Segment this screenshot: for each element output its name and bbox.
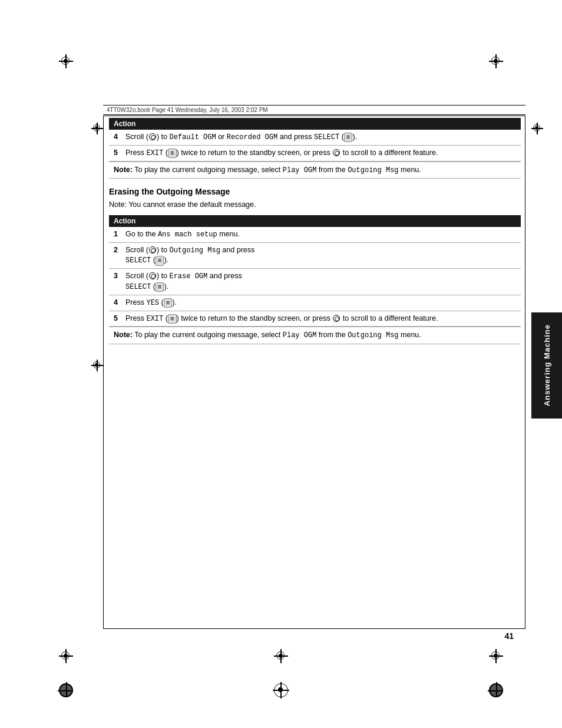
table-row: 4 Scroll () to Default OGM or Recorded O… (109, 130, 521, 145)
reg-mark-bottom-center (274, 649, 288, 663)
table-row: 4 Press YES (≡). (109, 295, 521, 311)
table-header-row: Action (109, 118, 521, 130)
action-header: Action (109, 118, 521, 130)
circle-mark-bottom-right (489, 683, 503, 697)
circle-mark-bottom-left (59, 683, 73, 697)
button-icon: ≡ (156, 256, 164, 265)
note-bold3: Note: (114, 331, 133, 339)
select-text: SELECT (314, 133, 339, 141)
outgoing-msg2: Outgoing Msg (348, 331, 398, 340)
row-content: Scroll () to Outgoing Msg and press SELE… (121, 242, 521, 269)
scroll-icon (333, 149, 340, 156)
row-content: Press EXIT (≡) twice to return to the st… (121, 145, 521, 161)
scroll-icon (149, 272, 156, 279)
reg-mark-top-left (59, 54, 73, 68)
button-icon: ≡ (164, 298, 173, 308)
answering-machine-tab: Answering Machine (531, 312, 562, 419)
row-content: Scroll () to Erase OGM and press SELECT … (121, 269, 521, 295)
exit-text2: EXIT (146, 315, 163, 323)
top-content-line (103, 116, 525, 116)
header-info: 4TT0W32o.book Page 41 Wednesday, July 16… (103, 105, 525, 115)
first-action-table: Action 4 Scroll () to Default OGM or Rec… (109, 118, 521, 162)
table-row: 1 Go to the Ans mach setup menu. (109, 227, 521, 242)
row-number: 1 (109, 227, 121, 242)
yes-text: YES (146, 299, 159, 307)
table-header-row2: Action (109, 215, 521, 227)
reg-mark-top-right (489, 54, 503, 68)
mono-setup: Ans mach setup (158, 230, 217, 239)
select-text3: SELECT (125, 283, 151, 291)
play-ogm2: Play OGM (283, 331, 317, 340)
first-note: Note: To play the current outgoing messa… (109, 162, 521, 179)
reg-mark-bottom-left (59, 649, 73, 663)
reg-mark-left-top (91, 123, 103, 134)
action-header2: Action (109, 215, 521, 227)
button-icon: ≡ (344, 133, 353, 142)
left-border (103, 116, 104, 629)
row-number: 3 (109, 269, 121, 295)
exit-text: EXIT (146, 149, 163, 157)
reg-mark-bottom-right (489, 649, 503, 663)
note-bold2: Note: (109, 200, 127, 209)
reg-mark-right-top (531, 123, 543, 134)
row-number: 2 (109, 242, 121, 269)
scroll-icon (149, 246, 156, 253)
reg-mark-left-mid (91, 360, 103, 371)
row-number: 5 (109, 311, 121, 327)
table-row: 5 Press EXIT (≡) twice to return to the … (109, 311, 521, 327)
row-content: Go to the Ans mach setup menu. (121, 227, 521, 242)
scroll-icon (333, 315, 340, 322)
row-content: Press EXIT (≡) twice to return to the st… (121, 311, 521, 327)
right-border (525, 116, 525, 629)
bottom-content-line (103, 628, 525, 629)
scroll-icon (149, 133, 156, 140)
section-note: Note: You cannot erase the default messa… (109, 200, 521, 210)
section-title: Erasing the Outgoing Message (109, 187, 521, 196)
select-text2: SELECT (125, 256, 151, 265)
note-bold: Note: (114, 166, 133, 174)
button-icon: ≡ (168, 314, 177, 324)
second-note: Note: To play the current outgoing messa… (109, 327, 521, 344)
mono-erase: Erase OGM (169, 272, 207, 281)
circle-mark-bottom-center (274, 683, 288, 697)
side-tab-label: Answering Machine (543, 324, 551, 406)
row-number: 4 (109, 295, 121, 311)
mono-text: Default OGM (169, 133, 216, 141)
page: 4TT0W32o.book Page 41 Wednesday, July 16… (0, 0, 562, 728)
row-number: 4 (109, 130, 121, 145)
row-content: Press YES (≡). (121, 295, 521, 311)
header-text: 4TT0W32o.book Page 41 Wednesday, July 16… (107, 107, 268, 113)
mono-text2: Recorded OGM (227, 133, 277, 141)
table-row: 3 Scroll () to Erase OGM and press SELEC… (109, 269, 521, 295)
button-icon: ≡ (168, 149, 177, 158)
second-action-table: Action 1 Go to the Ans mach setup menu. … (109, 215, 521, 327)
content-area: Action 4 Scroll () to Default OGM or Rec… (109, 118, 521, 353)
note-text: You cannot erase the default message. (128, 200, 256, 209)
page-number: 41 (504, 631, 514, 641)
row-number: 5 (109, 145, 121, 161)
button-icon: ≡ (156, 282, 164, 292)
play-ogm: Play OGM (283, 166, 317, 174)
mono-outgoing: Outgoing Msg (169, 246, 220, 255)
table-row: 2 Scroll () to Outgoing Msg and press SE… (109, 242, 521, 269)
outgoing-msg: Outgoing Msg (348, 166, 398, 174)
row-content: Scroll () to Default OGM or Recorded OGM… (121, 130, 521, 145)
table-row: 5 Press EXIT (≡) twice to return to the … (109, 145, 521, 161)
